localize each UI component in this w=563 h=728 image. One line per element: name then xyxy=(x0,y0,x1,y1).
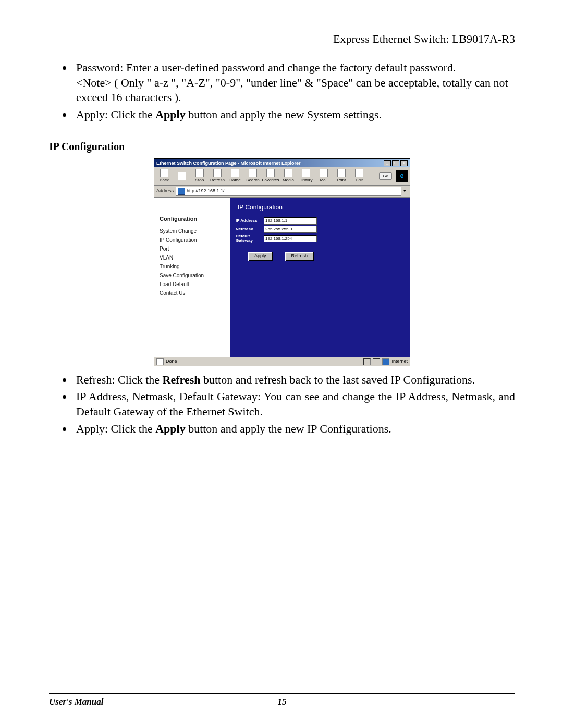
edit-icon xyxy=(355,169,363,177)
minimize-icon[interactable]: _ xyxy=(384,160,391,166)
ip-address-input[interactable]: 192.168.1.1 xyxy=(264,217,317,225)
status-box-icon xyxy=(373,358,380,365)
back-icon xyxy=(160,169,168,177)
ie-address-bar: Address http://192.168.1.1/ ▾ xyxy=(154,186,410,198)
gateway-input[interactable]: 192.168.1.254 xyxy=(264,235,317,242)
refresh-icon xyxy=(213,169,222,177)
figure-wrap: Ethernet Switch Configuration Page - Mic… xyxy=(49,158,515,366)
toolbar-media[interactable]: Media xyxy=(280,169,296,183)
toolbar-search[interactable]: Search xyxy=(245,169,261,183)
maximize-icon[interactable]: □ xyxy=(392,160,399,166)
ip-address-label: IP Address xyxy=(236,219,264,224)
toolbar-favorites[interactable]: Favorites xyxy=(263,169,278,183)
config-sidebar: Configuration System Change IP Configura… xyxy=(154,198,230,357)
ie-titlebar: Ethernet Switch Configuration Page - Mic… xyxy=(154,159,410,167)
forward-icon xyxy=(178,172,186,180)
toolbar-refresh[interactable]: Refresh xyxy=(210,169,225,183)
address-label: Address xyxy=(156,188,174,194)
close-icon[interactable]: × xyxy=(400,160,408,166)
chevron-down-icon[interactable]: ▾ xyxy=(401,188,408,194)
toolbar-history[interactable]: History xyxy=(298,169,314,183)
toolbar-forward[interactable] xyxy=(174,172,190,181)
bullet-refresh: Refresh: Click the Refresh button and re… xyxy=(73,373,515,388)
status-box-icon xyxy=(363,358,371,365)
globe-icon xyxy=(382,358,389,365)
upper-bullet-list: Password: Enter a user-defined password … xyxy=(73,60,515,122)
page-number: 15 xyxy=(278,697,287,707)
bullet-apply-ip: Apply: Click the Apply button and apply … xyxy=(73,422,515,437)
ip-fields: IP Address 192.168.1.1 Netmask 255.255.2… xyxy=(236,217,405,243)
bullet-apply-system: Apply: Click the Apply button and apply … xyxy=(73,107,515,122)
sidebar-item-save-configuration[interactable]: Save Configuration xyxy=(160,271,226,280)
go-button[interactable]: Go xyxy=(379,172,392,180)
toolbar-edit[interactable]: Edit xyxy=(351,169,367,183)
page-footer: User's Manual 15 xyxy=(49,693,515,707)
mail-icon xyxy=(320,169,328,177)
sidebar-item-port[interactable]: Port xyxy=(160,244,226,253)
document-page: Express Ethernet Switch: LB9017A-R3 Pass… xyxy=(0,0,563,728)
status-text: Done xyxy=(166,359,177,365)
gateway-row: Default Gateway 192.168.1.254 xyxy=(236,234,405,243)
sidebar-item-system-change[interactable]: System Change xyxy=(160,227,226,236)
netmask-input[interactable]: 255.255.255.0 xyxy=(264,226,317,233)
history-icon xyxy=(302,169,310,177)
bullet-password: Password: Enter a user-defined password … xyxy=(73,60,515,105)
panel-title: IP Configuration xyxy=(236,203,405,214)
gateway-label: Default Gateway xyxy=(236,234,264,243)
page-icon xyxy=(178,188,185,195)
media-icon xyxy=(284,169,292,177)
search-icon xyxy=(249,169,257,177)
panel-buttons: Apply Refresh xyxy=(248,252,405,261)
toolbar-home[interactable]: Home xyxy=(227,169,243,183)
toolbar-mail[interactable]: Mail xyxy=(316,169,332,183)
sidebar-item-vlan[interactable]: VLAN xyxy=(160,253,226,262)
apply-button[interactable]: Apply xyxy=(248,252,273,261)
ie-toolbar: Back Stop Refresh Home Search Favorites … xyxy=(154,167,410,185)
address-input[interactable]: http://192.168.1.1/ xyxy=(176,187,401,196)
netmask-row: Netmask 255.255.255.0 xyxy=(236,226,405,233)
body-text: Password: Enter a user-defined password … xyxy=(49,60,515,436)
lower-bullet-list: Refresh: Click the Refresh button and re… xyxy=(73,373,515,436)
window-controls: _ □ × xyxy=(384,160,408,166)
ie-window: Ethernet Switch Configuration Page - Mic… xyxy=(154,158,410,366)
home-icon xyxy=(231,169,239,177)
stop-icon xyxy=(195,169,204,177)
address-value: http://192.168.1.1/ xyxy=(187,188,225,194)
footer-left: User's Manual xyxy=(49,697,103,707)
sidebar-item-ip-configuration[interactable]: IP Configuration xyxy=(160,236,226,244)
print-icon xyxy=(337,169,346,177)
refresh-button[interactable]: Refresh xyxy=(285,252,314,261)
star-icon xyxy=(266,169,275,177)
status-page-icon xyxy=(156,358,164,365)
sidebar-item-contact-us[interactable]: Contact Us xyxy=(160,289,226,298)
ip-config-panel: IP Configuration IP Address 192.168.1.1 … xyxy=(230,198,410,357)
section-heading: IP Configuration xyxy=(49,140,515,153)
sidebar-item-trunking[interactable]: Trunking xyxy=(160,262,226,271)
toolbar-print[interactable]: Print xyxy=(334,169,349,183)
footer-rule xyxy=(49,693,515,694)
ie-body: Configuration System Change IP Configura… xyxy=(154,198,410,357)
netmask-label: Netmask xyxy=(236,227,264,232)
toolbar-stop[interactable]: Stop xyxy=(192,169,207,183)
header-product: Express Ethernet Switch: LB9017A-R3 xyxy=(333,32,515,46)
ip-address-row: IP Address 192.168.1.1 xyxy=(236,217,405,225)
bullet-ip-fields: IP Address, Netmask, Default Gateway: Yo… xyxy=(73,389,515,419)
ie-title-text: Ethernet Switch Configuration Page - Mic… xyxy=(156,161,301,167)
toolbar-back[interactable]: Back xyxy=(156,169,172,183)
ie-statusbar: Done Internet xyxy=(154,357,410,366)
sidebar-item-load-default[interactable]: Load Default xyxy=(160,280,226,289)
sidebar-heading: Configuration xyxy=(160,215,226,223)
zone-text: Internet xyxy=(391,359,408,365)
ie-logo-icon: e xyxy=(396,170,408,182)
